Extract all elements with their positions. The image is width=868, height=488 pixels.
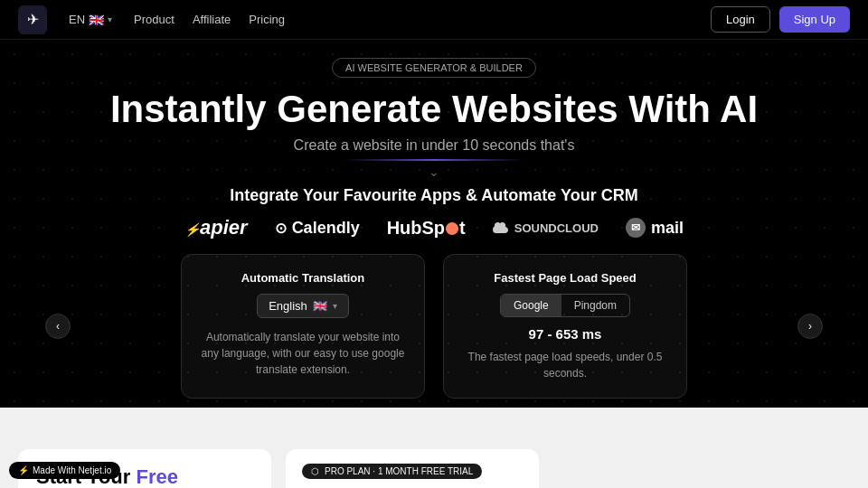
subtitle-underline <box>344 159 524 161</box>
login-button[interactable]: Login <box>711 6 770 33</box>
speed-tabs: Google Pingdom <box>500 294 630 317</box>
logo-mail: ✉ mail <box>626 218 684 238</box>
hero-title: Instantly Generate Websites With AI <box>0 89 868 130</box>
footer-label: Made With Netjet.io <box>33 465 111 475</box>
speed-card: Fastest Page Load Speed Google Pingdom 9… <box>443 254 687 399</box>
speed-card-desc: The fastest page load speeds, under 0.5 … <box>462 349 668 381</box>
speed-card-title: Fastest Page Load Speed <box>462 271 668 285</box>
translation-card: Automatic Translation English 🇬🇧 ▾ Autom… <box>181 254 425 399</box>
signup-button[interactable]: Sign Up <box>779 6 850 33</box>
logo-hubspot: HubSpt <box>387 218 466 239</box>
feature-cards-container: ‹ Automatic Translation English 🇬🇧 ▾ Aut… <box>0 254 868 399</box>
logo[interactable]: ✈ <box>18 5 47 34</box>
logo-calendly: ⊙ Calendly <box>275 219 360 238</box>
navbar: ✈ EN 🇬🇧 ▾ Product Affiliate Pricing Logi… <box>0 0 868 40</box>
logos-row: ⚡apier ⊙ Calendly HubSpt SOUNDCLOUD ✉ ma… <box>0 216 868 239</box>
hero-section: AI WEBSITE GENERATOR & BUILDER Instantly… <box>0 40 868 408</box>
navbar-right: Login Sign Up <box>711 6 850 33</box>
navbar-left: ✈ EN 🇬🇧 ▾ Product Affiliate Pricing <box>18 5 285 34</box>
next-arrow[interactable]: › <box>797 314 823 339</box>
footer-icon: ⚡ <box>18 465 29 475</box>
lang-caret: ▾ <box>333 301 337 311</box>
integrate-title: Integrate Your Favourite Apps & Automate… <box>0 186 868 205</box>
logo-zapier: ⚡apier <box>184 216 248 239</box>
hero-badge: AI WEBSITE GENERATOR & BUILDER <box>332 58 536 78</box>
pro-badge: ⬡ PRO PLAN · 1 MONTH FREE TRIAL <box>302 464 482 479</box>
chevron-down-icon: ⌄ <box>0 164 868 179</box>
prev-arrow[interactable]: ‹ <box>45 314 71 339</box>
translation-card-title: Automatic Translation <box>200 271 406 285</box>
nav-product[interactable]: Product <box>134 13 175 26</box>
pro-badge-text: PRO PLAN · 1 MONTH FREE TRIAL <box>325 466 473 476</box>
logo-soundcloud: SOUNDCLOUD <box>493 221 599 235</box>
pricing-card: ⬡ PRO PLAN · 1 MONTH FREE TRIAL $0 /Mont… <box>286 449 539 488</box>
hero-subtitle: Create a website in under 10 seconds tha… <box>0 137 868 154</box>
logo-icon: ✈ <box>27 11 39 28</box>
feature-cards-row: Automatic Translation English 🇬🇧 ▾ Autom… <box>0 254 868 399</box>
lang-text: English <box>269 299 307 313</box>
trial-title-free: Free <box>136 465 177 488</box>
language-selector[interactable]: EN 🇬🇧 ▾ <box>69 13 112 27</box>
nav-pricing[interactable]: Pricing <box>249 13 285 26</box>
lang-flag: 🇬🇧 <box>313 299 327 313</box>
language-badge[interactable]: English 🇬🇧 ▾ <box>257 294 349 318</box>
tab-google[interactable]: Google <box>501 295 561 316</box>
footer-badge: ⚡ Made With Netjet.io <box>9 462 120 479</box>
nav-affiliate[interactable]: Affiliate <box>193 13 231 26</box>
wave-divider <box>0 408 868 435</box>
translation-card-desc: Automatically translate your website int… <box>200 329 406 378</box>
speed-value: 97 - 653 ms <box>462 326 668 342</box>
bottom-section: Start Your Free Trial Today! Unlock all … <box>0 435 868 488</box>
nav-links: Product Affiliate Pricing <box>134 13 285 26</box>
tab-pingdom[interactable]: Pingdom <box>561 295 629 316</box>
caret-icon: ▾ <box>108 14 112 24</box>
pro-icon: ⬡ <box>311 466 319 476</box>
lang-code: EN <box>69 13 85 26</box>
flag-icon: 🇬🇧 <box>89 13 104 27</box>
